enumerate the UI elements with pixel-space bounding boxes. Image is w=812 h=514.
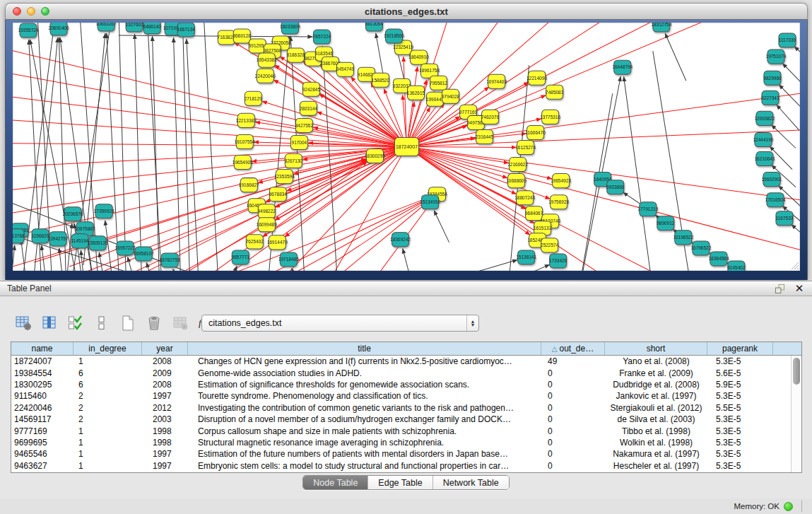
graph-node[interactable]: 1327602 [126, 23, 144, 32]
graph-node[interactable]: 16107554 [235, 134, 255, 148]
graph-node[interactable]: 7462076 [481, 110, 500, 124]
graph-node[interactable]: 8678834 [269, 187, 288, 201]
graph-node[interactable]: 7857224 [313, 30, 331, 44]
graph-node[interactable]: 18384564 [708, 252, 729, 266]
close-panel-icon[interactable]: ✕ [794, 283, 805, 294]
graph-node[interactable]: 18309242 [390, 233, 411, 247]
column-header-pagerank[interactable]: pagerank [707, 342, 773, 355]
vertical-scrollbar[interactable] [791, 356, 801, 472]
graph-node[interactable]: 9890912 [657, 216, 675, 230]
graph-node[interactable]: 16033809 [280, 23, 300, 34]
graph-node[interactable]: 8454749 [336, 62, 355, 76]
graph-node[interactable]: 8186328 [287, 48, 305, 62]
column-header-in_degree[interactable]: in_degree [73, 342, 142, 355]
graph-node[interactable]: 7955812 [430, 76, 448, 90]
graph-node[interactable]: 13942757 [48, 232, 69, 246]
graph-node[interactable]: 10974403 [486, 74, 507, 88]
graph-node[interactable]: 18640910 [408, 50, 429, 64]
graph-node[interactable]: 20691406 [49, 23, 69, 35]
graph-node[interactable]: 16210643 [755, 152, 775, 166]
graph-node[interactable]: 9245402 [727, 261, 746, 271]
graph-node[interactable]: 8660128 [233, 29, 252, 43]
graph-node[interactable]: 12214090 [526, 71, 547, 85]
tab-network-table[interactable]: Network Table [433, 476, 509, 489]
graph-node[interactable]: 6466140 [143, 23, 162, 34]
graph-node[interactable]: 2803144 [300, 101, 318, 115]
graph-node[interactable]: 7485083 [546, 85, 564, 99]
graph-node[interactable]: 9857771 [232, 250, 250, 264]
table-row[interactable]: 946362711997Embryonic stem cells: a mode… [11, 460, 801, 472]
graph-node[interactable]: 1117339 [779, 33, 796, 47]
column-header-short[interactable]: short [605, 342, 707, 355]
graph-node[interactable]: 1667134 [177, 23, 196, 37]
graph-node[interactable]: 3913768 [13, 229, 25, 243]
table-panel-header[interactable]: Table Panel ✕ [0, 281, 812, 296]
graph-node[interactable]: 9242845 [302, 82, 321, 96]
table-row[interactable]: 969969511998Structural magnetic resonanc… [11, 437, 801, 448]
graph-node[interactable]: 20206576 [63, 207, 83, 221]
graph-node[interactable]: 9227343 [761, 90, 779, 105]
graph-node[interactable]: 19718485 [278, 252, 299, 267]
graph-node[interactable]: 8267130 [285, 154, 303, 168]
column-header-title[interactable]: title [188, 342, 541, 355]
graph-node[interactable]: 17791219 [637, 202, 658, 216]
graph-node[interactable]: 1733426 [549, 254, 567, 268]
graph-node[interactable]: 1588520 [372, 73, 390, 87]
tab-edge-table[interactable]: Edge Table [368, 476, 433, 489]
graph-node[interactable]: 16099489 [257, 218, 277, 232]
graph-node[interactable]: 9498222 [258, 204, 276, 218]
graph-node[interactable]: 12093822 [755, 111, 775, 125]
graph-node[interactable]: 1156829 [32, 229, 49, 243]
graph-node[interactable]: 2522574 [541, 238, 559, 252]
graph-node[interactable]: 19654923 [551, 174, 571, 188]
graph-node[interactable]: 19654905 [233, 156, 253, 170]
graph-node[interactable]: 1167533 [776, 211, 794, 226]
graph-node[interactable]: 19166827 [239, 178, 259, 192]
graph-node[interactable]: 9829960 [763, 71, 782, 85]
graph-node[interactable]: 19355724 [18, 23, 39, 37]
graph-node[interactable]: 7625402 [246, 235, 264, 249]
graph-node[interactable]: 2316445 [476, 129, 494, 144]
network-window-titlebar[interactable]: citations_edges.txt [5, 3, 808, 20]
graph-node[interactable]: 16914479 [267, 235, 288, 250]
table-row[interactable]: 1872400712008Changes of HCN gene express… [11, 356, 801, 367]
graph-node[interactable]: 16957223 [115, 241, 136, 255]
scrollbar-thumb[interactable] [793, 358, 800, 385]
graph-node[interactable]: 12213383 [236, 113, 257, 127]
tab-node-table[interactable]: Node Table [303, 476, 368, 489]
create-column-icon[interactable] [117, 313, 139, 333]
graph-node[interactable]: 18300295 [365, 149, 385, 163]
graph-node[interactable]: 16782753 [160, 253, 180, 267]
graph-node[interactable]: 22420046 [255, 69, 276, 83]
graph-node[interactable]: 13775316 [540, 110, 560, 124]
graph-node[interactable]: 10196522 [673, 230, 693, 245]
graph-node[interactable]: 15692901 [762, 173, 782, 187]
graph-node[interactable]: 18807243 [514, 191, 535, 205]
graph-node[interactable]: 9794028 [442, 89, 460, 103]
graph-node[interactable]: 16125274 [515, 140, 536, 154]
graph-node[interactable]: 18312754 [651, 23, 671, 32]
graph-node[interactable]: 917004 [290, 135, 307, 149]
delete-column-icon[interactable] [143, 313, 165, 333]
show-columns-icon[interactable] [39, 313, 60, 333]
graph-node[interactable]: 8427552 [295, 118, 314, 132]
table-row[interactable]: 977716911998Corpus callosum shape and si… [11, 425, 801, 436]
graph-node[interactable]: 1362615 [407, 86, 425, 100]
float-window-icon[interactable] [774, 283, 785, 294]
table-row[interactable]: 2242004622012Investigating the contribut… [11, 402, 801, 414]
graph-node[interactable]: 18724007 [394, 137, 418, 156]
graph-node[interactable]: 11606470 [525, 125, 546, 139]
table-mode-icon[interactable] [13, 313, 34, 333]
table-source-select[interactable]: citations_edges.txt ▲▼ [201, 315, 479, 332]
graph-node[interactable]: 19756928 [548, 195, 569, 209]
graph-node[interactable]: 16448794 [612, 60, 632, 74]
graph-node[interactable]: 15134910 [420, 195, 440, 209]
graph-node[interactable]: 16543382 [257, 53, 277, 67]
graph-node[interactable]: 16796522 [690, 241, 711, 255]
resize-grip-icon[interactable] [789, 260, 799, 270]
graph-node[interactable]: 19218506 [384, 29, 404, 43]
table-row[interactable]: 1938455462009Genome-wide association stu… [11, 367, 801, 378]
graph-node[interactable]: 10653267 [96, 23, 117, 31]
graph-node[interactable]: 12444190 [753, 132, 774, 146]
graph-node[interactable]: 10688609 [506, 174, 526, 188]
